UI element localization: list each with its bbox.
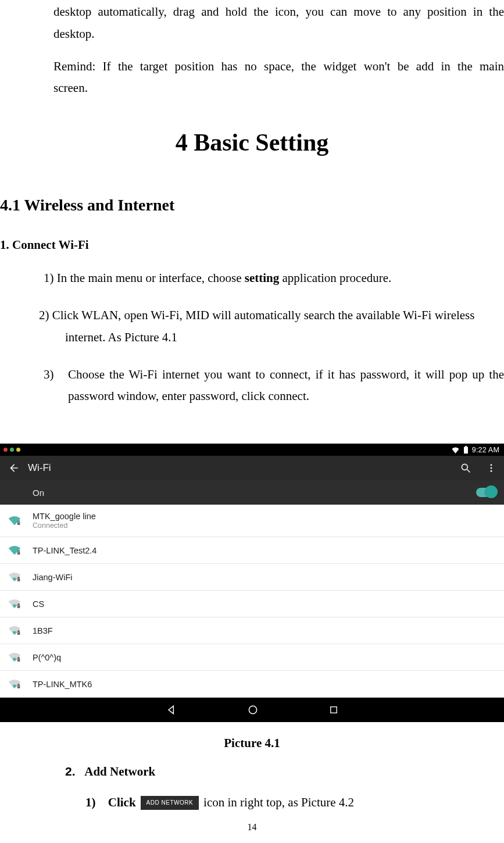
svg-point-6 xyxy=(491,470,492,472)
status-time: 9:22 AM xyxy=(472,446,499,454)
wifi-signal-icon xyxy=(8,516,33,526)
wifi-network-item[interactable]: CS xyxy=(0,591,504,617)
wifi-network-item[interactable]: 1B3F xyxy=(0,617,504,644)
chapter-title: 4 Basic Setting xyxy=(0,128,504,156)
search-icon[interactable] xyxy=(453,462,478,474)
status-battery-icon xyxy=(463,446,469,454)
wifi-item-text: Jiang-WiFi xyxy=(33,573,72,582)
svg-line-3 xyxy=(467,470,470,473)
step-3-num: 3) xyxy=(44,364,68,408)
step-2-line2: internet. As Picture 4.1 xyxy=(65,327,504,349)
svg-rect-8 xyxy=(17,552,20,555)
wifi-ssid: TP-LINK_MTK6 xyxy=(33,680,92,689)
nav-home-button[interactable] xyxy=(247,704,259,716)
wifi-appbar: Wi-Fi xyxy=(0,456,504,480)
wifi-ssid: CS xyxy=(33,599,44,609)
nav-back-button[interactable] xyxy=(166,704,177,716)
svg-point-5 xyxy=(491,467,492,469)
wifi-network-item[interactable]: TP-LINK_Test2.4 xyxy=(0,537,504,564)
svg-rect-13 xyxy=(17,685,20,688)
wifi-item-text: CS xyxy=(33,599,44,609)
svg-rect-0 xyxy=(464,446,468,453)
svg-point-4 xyxy=(491,464,492,466)
substep-tail: icon in right top, as Picture 4.2 xyxy=(203,795,354,810)
overflow-menu-icon[interactable] xyxy=(478,463,504,473)
wifi-ssid: MTK_google line xyxy=(33,512,96,521)
wifi-status-label: Connected xyxy=(33,521,96,530)
svg-rect-12 xyxy=(17,659,20,662)
wifi-network-list: MTK_google line Connected TP-LINK_Test2.… xyxy=(0,505,504,698)
figure-caption: Picture 4.1 xyxy=(0,736,504,751)
wifi-signal-icon xyxy=(8,599,33,609)
svg-rect-9 xyxy=(17,578,20,581)
status-dot-red xyxy=(3,448,8,452)
status-dot-yellow xyxy=(16,448,20,452)
wifi-ssid: Jiang-WiFi xyxy=(33,573,72,582)
wifi-signal-icon xyxy=(8,626,33,636)
svg-point-2 xyxy=(462,465,467,470)
wifi-network-item[interactable]: TP-LINK_MTK6 xyxy=(0,671,504,698)
svg-point-14 xyxy=(249,706,256,714)
substep-click-word: Click xyxy=(108,795,136,810)
wifi-network-item[interactable]: MTK_google line Connected xyxy=(0,505,504,537)
wifi-item-text: P(^0^)q xyxy=(33,653,61,662)
step-3: 3) Choose the Wi-Fi internet you want to… xyxy=(44,364,504,408)
wifi-item-text: 1B3F xyxy=(33,626,53,635)
status-dot-green xyxy=(10,448,14,452)
step-1-bold: setting xyxy=(245,271,280,285)
status-wifi-icon xyxy=(451,446,460,453)
add-network-num: 2. xyxy=(65,765,76,778)
wifi-signal-icon xyxy=(8,545,33,556)
wifi-on-bar: On xyxy=(0,480,504,505)
appbar-title: Wi-Fi xyxy=(28,462,51,474)
wifi-signal-icon xyxy=(8,652,33,663)
add-network-badge-icon: ADD NETWORK xyxy=(141,796,199,810)
wifi-toggle[interactable] xyxy=(476,488,496,497)
android-nav-bar xyxy=(0,698,504,722)
svg-rect-11 xyxy=(17,632,20,635)
step-1-b: application procedure. xyxy=(279,271,391,285)
section-title: 4.1 Wireless and Internet xyxy=(0,196,504,215)
status-right-icons: 9:22 AM xyxy=(451,446,499,454)
subsection-title: 1. Connect Wi-Fi xyxy=(0,238,504,252)
wifi-signal-icon xyxy=(8,679,33,690)
wifi-item-text: MTK_google line Connected xyxy=(33,512,96,530)
wifi-network-item[interactable]: Jiang-WiFi xyxy=(0,564,504,591)
add-network-heading: 2. Add Network xyxy=(65,765,504,779)
wifi-ssid: 1B3F xyxy=(33,626,53,635)
wifi-ssid: TP-LINK_Test2.4 xyxy=(33,546,96,555)
back-button[interactable] xyxy=(0,462,28,474)
status-left-icons xyxy=(3,448,20,452)
wifi-ssid: P(^0^)q xyxy=(33,653,61,662)
android-status-bar: 9:22 AM xyxy=(0,444,504,456)
svg-rect-15 xyxy=(330,707,337,713)
add-network-label: Add Network xyxy=(84,765,155,778)
intro-para-1: desktop automatically, drag and hold the… xyxy=(53,1,504,45)
wifi-network-item[interactable]: P(^0^)q xyxy=(0,644,504,671)
nav-recent-button[interactable] xyxy=(328,705,339,715)
wifi-screenshot: 9:22 AM Wi-Fi On xyxy=(0,444,504,722)
svg-rect-10 xyxy=(17,605,20,608)
step-1-a: 1) In the main menu or interface, choose xyxy=(44,271,245,285)
wifi-signal-icon xyxy=(8,572,33,583)
page-number: 14 xyxy=(0,822,504,833)
step-2-line1: 2) Click WLAN, open Wi-Fi, MID will auto… xyxy=(39,305,504,327)
substep-num: 1) xyxy=(85,795,96,810)
add-network-step-1: 1) Click ADD NETWORK icon in right top, … xyxy=(85,795,504,810)
intro-para-2: Remind: If the target position has no sp… xyxy=(53,56,504,100)
step-3-body: Choose the Wi-Fi internet you want to co… xyxy=(68,364,504,408)
wifi-on-label: On xyxy=(33,488,44,498)
svg-rect-1 xyxy=(464,446,467,447)
step-1: 1) In the main menu or interface, choose… xyxy=(44,267,504,290)
svg-rect-7 xyxy=(17,522,20,525)
wifi-item-text: TP-LINK_Test2.4 xyxy=(33,546,96,555)
wifi-item-text: TP-LINK_MTK6 xyxy=(33,680,92,689)
